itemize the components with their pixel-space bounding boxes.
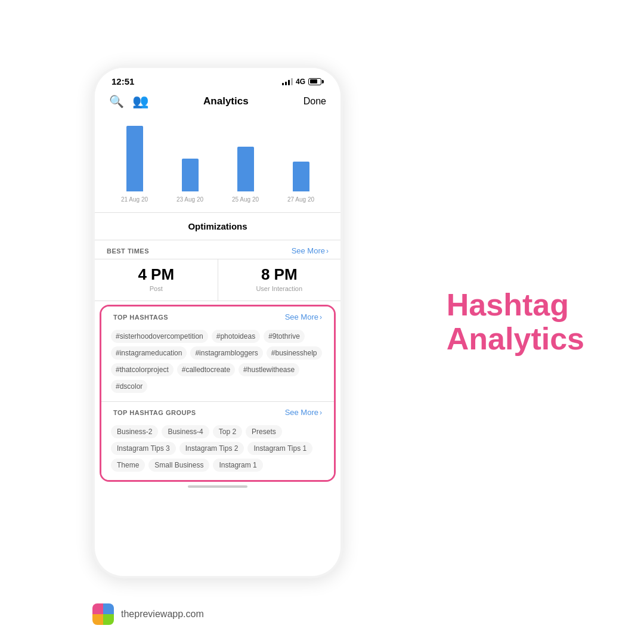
groups-label: TOP HASHTAG GROUPS	[113, 409, 196, 416]
title-line-2: Analytics	[447, 321, 584, 356]
chart-section: 21 Aug 20 23 Aug 20 25 Aug 20 27 Aug 20	[95, 115, 340, 213]
groups-grid: Business-2 Business-4 Top 2 Presets Inst…	[101, 420, 334, 474]
groups-header: TOP HASHTAG GROUPS See More ›	[101, 402, 334, 420]
hashtag-tag-7[interactable]: #thatcolorproject	[111, 363, 174, 376]
signal-icon	[282, 78, 293, 85]
best-times-section: BEST TIMES See More › 4 PM Post 8 PM Use…	[95, 240, 340, 301]
chevron-right-icon: ›	[326, 247, 329, 255]
people-icon[interactable]: 👥	[132, 94, 148, 109]
battery-icon	[308, 78, 324, 85]
best-times-grid: 4 PM Post 8 PM User Interaction	[95, 259, 340, 301]
best-times-see-more[interactable]: See More ›	[292, 246, 329, 255]
phone-inner: 12:51 4G	[95, 68, 340, 576]
groups-chevron-icon: ›	[320, 408, 322, 417]
network-label: 4G	[296, 78, 305, 86]
search-icon[interactable]: 🔍	[109, 94, 124, 109]
hashtags-label: TOP HASHTAGS	[113, 314, 168, 321]
logo-quadrant-2	[103, 603, 114, 614]
interaction-time-value: 8 PM	[223, 265, 336, 284]
group-tag-3[interactable]: Top 2	[213, 425, 242, 438]
phone-mockup: 12:51 4G	[92, 66, 343, 578]
hashtags-chevron-icon: ›	[320, 313, 322, 321]
chart-bar-4	[293, 162, 309, 191]
group-tag-9[interactable]: Small Business	[148, 459, 209, 472]
nav-bar: 🔍 👥 Analytics Done	[95, 90, 340, 115]
top-hashtag-groups-section: TOP HASHTAG GROUPS See More › Business-2…	[101, 402, 334, 480]
group-tag-6[interactable]: Instagram Tips 2	[179, 442, 244, 455]
group-tag-5[interactable]: Instagram Tips 3	[111, 442, 176, 455]
optimizations-title: Optimizations	[95, 213, 340, 240]
title-line-1: Hashtag	[447, 287, 569, 322]
status-bar: 12:51 4G	[95, 68, 340, 90]
group-tag-8[interactable]: Theme	[111, 459, 145, 472]
status-icons: 4G	[282, 78, 324, 86]
group-tag-10[interactable]: Instagram 1	[213, 459, 262, 472]
hashtags-see-more[interactable]: See More ›	[285, 312, 322, 321]
interaction-time-label: User Interaction	[223, 285, 336, 292]
chart-labels: 21 Aug 20 23 Aug 20 25 Aug 20 27 Aug 20	[107, 196, 329, 203]
bar-group-3	[237, 147, 254, 191]
group-tag-2[interactable]: Business-4	[162, 425, 209, 438]
see-more-text: See More	[292, 246, 325, 255]
top-hashtags-section: TOP HASHTAGS See More › #sisterhoodoverc…	[101, 306, 334, 402]
hashtag-tag-10[interactable]: #dscolor	[111, 380, 147, 393]
chart-bar-2	[182, 159, 199, 191]
page-container: 12:51 4G	[0, 0, 644, 644]
hashtags-header: TOP HASHTAGS See More ›	[101, 306, 334, 325]
status-time: 12:51	[112, 76, 134, 86]
hashtag-tag-4[interactable]: #instagrameducation	[111, 346, 187, 360]
best-times-header: BEST TIMES See More ›	[95, 240, 340, 259]
hashtags-see-more-text: See More	[285, 312, 318, 321]
chart-label-2: 23 Aug 20	[177, 196, 203, 203]
groups-see-more-text: See More	[285, 408, 318, 417]
hashtag-tag-5[interactable]: #instagrambloggers	[190, 346, 262, 360]
hashtag-tag-9[interactable]: #hustlewithease	[239, 363, 299, 376]
post-time-item: 4 PM Post	[95, 259, 218, 301]
optimizations-section: Optimizations	[95, 213, 340, 240]
interaction-time-item: 8 PM User Interaction	[218, 259, 341, 301]
done-button[interactable]: Done	[304, 96, 326, 107]
home-bar	[188, 485, 247, 488]
chart-label-1: 21 Aug 20	[121, 196, 148, 203]
footer: thepreviewapp.com	[92, 603, 204, 625]
post-time-label: Post	[100, 285, 213, 292]
hashtag-tag-3[interactable]: #9tothrive	[264, 330, 305, 343]
chart-bar-3	[237, 147, 254, 191]
groups-see-more[interactable]: See More ›	[285, 408, 322, 417]
bar-group-1	[126, 126, 143, 191]
nav-title: Analytics	[148, 95, 304, 107]
footer-url: thepreviewapp.com	[121, 609, 204, 620]
group-tag-4[interactable]: Presets	[246, 425, 282, 438]
chart-label-3: 25 Aug 20	[232, 196, 259, 203]
post-time-value: 4 PM	[100, 265, 213, 284]
hashtag-analytics-title: Hashtag Analytics	[447, 288, 584, 356]
bar-group-2	[182, 159, 199, 191]
chart-bar-1	[126, 126, 143, 191]
logo-quadrant-3	[92, 614, 103, 625]
hashtag-tag-1[interactable]: #sisterhoodovercompetition	[111, 330, 208, 343]
hashtags-grid: #sisterhoodovercompetition #photoideas #…	[101, 325, 334, 395]
footer-logo	[92, 603, 114, 625]
logo-quadrant-4	[103, 614, 114, 625]
best-times-label: BEST TIMES	[107, 247, 149, 255]
bar-group-4	[293, 162, 309, 191]
group-tag-1[interactable]: Business-2	[111, 425, 158, 438]
nav-left: 🔍 👥	[109, 94, 148, 109]
highlighted-section: TOP HASHTAGS See More › #sisterhoodoverc…	[100, 305, 336, 482]
side-text: Hashtag Analytics	[447, 288, 584, 356]
group-tag-7[interactable]: Instagram Tips 1	[247, 442, 312, 455]
logo-quadrant-1	[92, 603, 103, 614]
chart-label-4: 27 Aug 20	[287, 196, 314, 203]
hashtag-tag-6[interactable]: #businesshelp	[267, 346, 322, 360]
hashtag-tag-2[interactable]: #photoideas	[212, 330, 260, 343]
hashtag-tag-8[interactable]: #calledtocreate	[177, 363, 235, 376]
chart-area	[107, 120, 329, 191]
